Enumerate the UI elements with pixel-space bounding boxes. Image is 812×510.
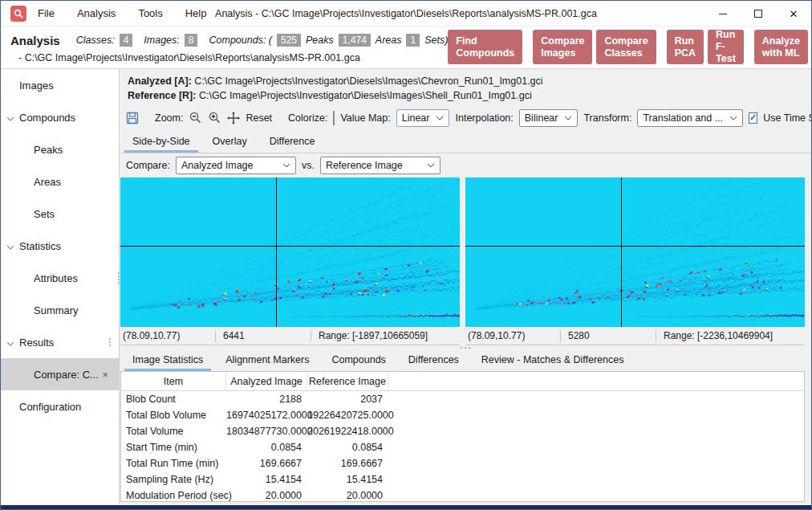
analyzed-value: 15.4154 [226,474,307,485]
column-header-reference[interactable]: Reference Image [307,372,388,390]
save-icon [126,112,139,124]
sidebar-item-label: Attributes [34,272,78,284]
tab-overlay[interactable]: Overlay [201,131,258,153]
find-compounds-button[interactable]: Find Compounds [448,30,522,64]
sidebar-item-summary[interactable]: Summary [1,294,119,326]
sidebar-item-compounds[interactable]: Compounds [1,101,119,133]
sidebar-item-images[interactable]: Images [1,69,119,101]
sidebar-item-attributes[interactable]: Attributes [1,262,119,294]
menu-item-help[interactable]: Help [185,7,207,19]
minimize-button[interactable] [705,1,741,27]
compare-images-button[interactable]: Compare Images [533,30,592,64]
results-options-icon[interactable] [109,337,111,347]
value-map-value: Linear [402,112,430,124]
compare-left-select[interactable]: Analyzed Image [176,157,296,174]
close-button[interactable]: ✕ [776,1,811,27]
compare-right-select[interactable]: Reference Image [320,157,441,174]
analyzed-value: 169.6667 [226,458,307,469]
chevron-down-icon [729,116,737,120]
run-pca-button[interactable]: Run PCA [667,30,704,64]
tab-image-statistics[interactable]: Image Statistics [121,349,214,371]
analyzed-value: 16974025172.0000 [226,410,307,421]
stat-name: Blob Count [121,394,226,405]
reference-image-path: C:\GC Image\Projects\Investigator\Diesel… [199,90,532,101]
reference-value: 20.0000 [307,490,388,501]
run-f-test-button[interactable]: Run F-Test [708,30,744,64]
analyzed-value: 20.0000 [226,490,307,501]
sidebar-item-configuration[interactable]: Configuration [1,390,119,422]
sidebar-item-label: Images [19,80,54,92]
stat-name: Sampling Rate (Hz) [121,474,226,485]
sidebar-splitter-handle[interactable] [118,271,120,284]
reset-label[interactable]: Reset [246,112,272,124]
compare-right-value: Reference Image [326,160,403,171]
save-button[interactable] [126,110,139,126]
zoom-label: Zoom: [155,112,183,124]
peaks-label: Peaks [306,35,334,46]
transform-select[interactable]: Translation and ... [637,109,743,127]
analysis-file-path: - C:\GC Image\Projects\Investigator\Dies… [10,50,448,63]
compounds-label: Compounds: ( [209,35,272,46]
chevron-down-icon [282,163,290,168]
reference-value: 169.6667 [307,458,388,469]
reference-label: Reference [R]: [128,90,196,101]
areas-label: Areas [376,35,402,46]
use-time-scale-checkbox[interactable] [749,112,757,124]
column-header-analyzed[interactable]: Analyzed Image [226,372,307,390]
reference-chromatogram-image[interactable] [465,177,805,327]
zoom-out-button[interactable] [189,110,202,126]
sidebar-item-compare-result[interactable]: Compare: C... × [1,358,119,390]
table-row: Sampling Rate (Hz) 15.4154 15.4154 [121,471,804,488]
sidebar-item-label: Sets [34,208,55,220]
page-title: Analysis [10,34,60,47]
compare-classes-button[interactable]: Compare Classes [596,30,656,64]
reset-view-button[interactable] [227,110,240,126]
sidebar-item-label: Compare: C... [34,369,99,381]
table-row: Modulation Period (sec) 20.0000 20.0000 [121,488,804,502]
tab-side-by-side[interactable]: Side-by-Side [121,131,201,153]
interpolation-value: Bilinear [525,112,558,124]
chevron-down-icon [436,116,444,120]
sidebar-item-label: Summary [34,304,79,316]
sidebar-item-peaks[interactable]: Peaks [1,133,119,165]
tab-compounds[interactable]: Compounds [320,349,396,371]
sidebar-item-sets[interactable]: Sets [1,198,119,230]
zoom-in-button[interactable] [208,110,221,126]
stat-name: Start Time (min) [121,442,226,453]
cursor-coordinates: (78.09,10.77) [120,330,215,341]
tab-difference[interactable]: Difference [258,131,327,153]
analyzed-value: 0.0854 [226,442,307,453]
colormap-icon[interactable] [333,111,335,125]
maximize-button[interactable] [741,1,776,27]
analyze-with-ml-button[interactable]: Analyze with ML [754,30,808,64]
view-tabs: Side-by-Side Overlay Difference [120,131,811,153]
table-header: Item Analyzed Image Reference Image [121,372,804,391]
sidebar-item-areas[interactable]: Areas [1,165,119,198]
interpolation-select[interactable]: Bilinear [519,109,579,127]
intensity-range: Range: [-1897,10665059] [311,330,460,341]
menu-item-analysis[interactable]: Analysis [77,7,116,19]
column-header-item[interactable]: Item [121,372,226,390]
table-row: Total Blob Volume 16974025172.0000 19226… [121,407,804,423]
classes-label: Classes: [76,35,115,46]
tab-alignment-markers[interactable]: Alignment Markers [214,349,320,371]
menu-item-file[interactable]: File [38,7,55,19]
compare-selector-row: Compare: Analyzed Image vs. Reference Im… [120,153,811,177]
value-map-select[interactable]: Linear [396,109,450,127]
reference-status-bar: (78.09,10.77) 5280 Range: [-2236,1046990… [465,327,805,345]
tab-review-matches-differences[interactable]: Review - Matches & Differences [470,349,635,371]
table-row: Start Time (min) 0.0854 0.0854 [121,439,804,455]
image-paths-block: Analyzed [A]: C:\GC Image\Projects\Inves… [120,69,811,104]
chevron-down-icon [427,163,435,168]
sidebar-item-results[interactable]: Results [1,326,119,358]
tab-differences[interactable]: Differences [397,349,470,371]
menu-item-tools[interactable]: Tools [138,7,162,19]
sidebar-item-label: Areas [34,176,61,188]
close-result-icon[interactable]: × [102,369,108,381]
sidebar-item-statistics[interactable]: Statistics [1,230,119,262]
pan-icon [227,112,240,124]
reference-value: 0.0854 [307,442,388,453]
transform-value: Translation and ... [643,112,723,124]
image-toolbar: Zoom: [120,104,811,131]
analyzed-chromatogram-image[interactable] [120,177,460,327]
